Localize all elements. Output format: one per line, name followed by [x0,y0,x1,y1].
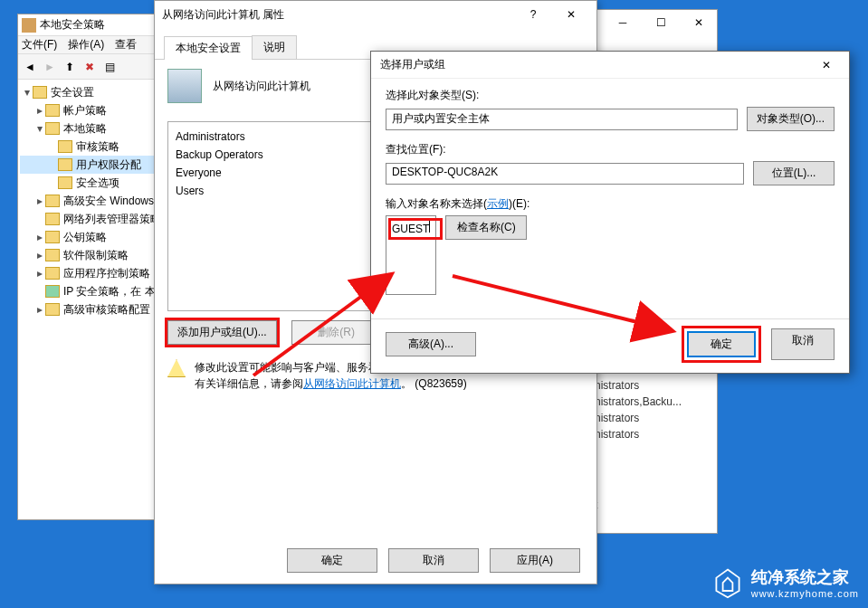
object-type-field: 用户或内置安全主体 [386,109,738,130]
warning-icon [167,359,186,377]
watermark: 纯净系统之家 www.kzmyhome.com [711,566,859,599]
close-button[interactable]: ✕ [681,11,717,34]
delete-icon[interactable]: ✖ [81,59,98,75]
location-label: 查找位置(F): [386,142,835,157]
tree-item-local-policy[interactable]: ▾本地策略 [20,119,168,138]
menu-view[interactable]: 查看 [115,37,137,52]
example-link[interactable]: 示例 [487,197,509,210]
menu-action[interactable]: 操作(A) [68,37,104,52]
tree-item-account-policy[interactable]: ▸帐户策略 [20,101,168,119]
ok-button[interactable]: 确定 [687,331,756,357]
location-button[interactable]: 位置(L)... [753,161,835,185]
menu-file[interactable]: 文件(F) [22,37,57,52]
close-button[interactable]: ✕ [813,59,840,71]
dialog-titlebar: 选择用户或组 ✕ [371,52,849,79]
highlight-box [388,218,443,240]
location-field: DESKTOP-QUC8A2K [386,163,744,185]
tree-item-network-list[interactable]: 网络列表管理器策略 [20,210,168,228]
back-icon[interactable]: ◄ [22,59,38,75]
select-user-dialog: 选择用户或组 ✕ 选择此对象类型(S): 用户或内置安全主体 对象类型(O)..… [370,51,850,374]
forward-icon[interactable]: ► [42,59,58,75]
object-name-input[interactable]: GUEST [386,215,436,295]
folder-icon [33,86,47,99]
ok-button[interactable]: 确定 [287,548,377,573]
tab-explain[interactable]: 说明 [252,35,297,59]
object-type-label: 选择此对象类型(S): [386,88,835,103]
remove-button: 删除(R) [291,320,382,345]
cancel-button[interactable]: 取消 [388,548,479,573]
tree-item-audit-policy[interactable]: 审核策略 [20,138,168,156]
cancel-button[interactable]: 取消 [771,328,835,360]
tree-view: ▾ 安全设置 ▸帐户策略 ▾本地策略 审核策略 用户权限分配 安全选项 ▸高级安… [18,80,170,322]
object-name-label: 输入对象名称来选择(示例)(E): [386,196,835,212]
menubar: 文件(F) 操作(A) 查看 [18,36,170,54]
add-user-button[interactable]: 添加用户或组(U)... [167,320,277,345]
watermark-url: www.kzmyhome.com [751,588,859,599]
object-type-button[interactable]: 对象类型(O)... [747,107,835,131]
properties-icon[interactable]: ▤ [101,59,118,75]
check-names-button[interactable]: 检查名称(C) [445,215,527,240]
dialog-title: 选择用户或组 [380,57,445,72]
ok-highlight: 确定 [684,328,758,360]
tree-item-windows-firewall[interactable]: ▸高级安全 Windows [20,192,168,210]
apply-button[interactable]: 应用(A) [490,548,580,573]
toolbar: ◄ ► ⬆ ✖ ▤ [18,54,170,80]
watermark-logo-icon [711,566,744,599]
help-button[interactable]: ? [515,3,551,26]
app-icon [22,18,36,33]
tree-item-public-key[interactable]: ▸公钥策略 [20,228,168,246]
tree-item-advanced-audit[interactable]: ▸高级审核策略配置 [20,300,168,318]
maximize-button[interactable]: ☐ [643,11,679,34]
tree-item-app-control[interactable]: ▸应用程序控制策略 [20,264,168,282]
watermark-name: 纯净系统之家 [751,566,859,588]
up-icon[interactable]: ⬆ [62,59,78,75]
policy-name: 从网络访问此计算机 [213,79,310,94]
tree-item-user-rights[interactable]: 用户权限分配 [20,156,168,174]
dialog-titlebar: 从网络访问此计算机 属性 ? ✕ [155,1,596,28]
policy-icon [167,69,202,103]
tree-item-security-options[interactable]: 安全选项 [20,174,168,192]
window-titlebar: 本地安全策略 [18,14,170,36]
window-title: 本地安全策略 [40,17,105,33]
tree-item-software-restriction[interactable]: ▸软件限制策略 [20,246,168,264]
tree-root[interactable]: ▾ 安全设置 [20,83,168,101]
advanced-button[interactable]: 高级(A)... [386,332,476,356]
tab-local-security[interactable]: 本地安全设置 [164,36,253,60]
close-button[interactable]: ✕ [553,3,589,26]
minimize-button[interactable]: ─ [605,11,641,34]
tree-item-ip-security[interactable]: IP 安全策略，在 本 [20,282,168,300]
local-security-policy-window: 本地安全策略 文件(F) 操作(A) 查看 ◄ ► ⬆ ✖ ▤ ▾ 安全设置 ▸… [17,14,171,520]
help-link[interactable]: 从网络访问此计算机 [303,377,401,390]
dialog-title: 从网络访问此计算机 属性 [162,7,284,23]
